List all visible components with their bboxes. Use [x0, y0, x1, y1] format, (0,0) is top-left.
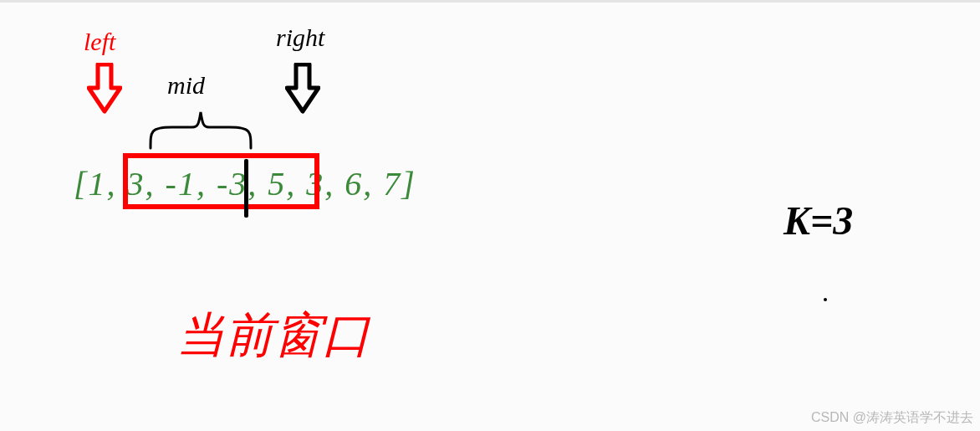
arrow-down-red-icon	[87, 63, 122, 115]
arrow-down-black-icon	[285, 63, 320, 115]
window-highlight-box	[123, 153, 319, 209]
brace-icon	[146, 102, 255, 152]
watermark-text: CSDN @涛涛英语学不进去	[811, 409, 973, 427]
label-right: right	[276, 23, 324, 52]
top-border	[0, 0, 980, 3]
label-left: left	[84, 28, 115, 56]
dot-mark	[824, 298, 827, 301]
k-value-label: K=3	[783, 198, 853, 244]
label-mid: mid	[167, 71, 205, 100]
caption-current-window: 当前窗口	[176, 303, 370, 368]
divider-tick	[244, 159, 248, 218]
